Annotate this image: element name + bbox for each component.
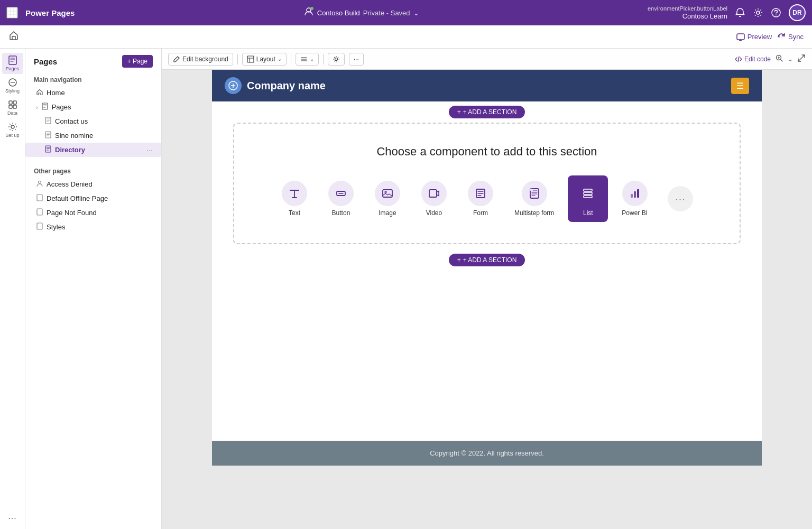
contact-page-icon	[44, 117, 52, 126]
home-button[interactable]	[8, 30, 19, 43]
main-layout: Pages Styling Data Set up ··· Pages + Pa…	[0, 49, 812, 529]
edit-code-button[interactable]: Edit code	[735, 55, 771, 63]
nav-item-sine-label: Sine nomine	[55, 132, 93, 140]
svg-rect-25	[37, 194, 42, 201]
svg-point-10	[310, 7, 313, 10]
toolbar-separator-3	[323, 54, 324, 64]
component-list[interactable]: List	[568, 175, 608, 222]
component-image[interactable]: Image	[367, 175, 408, 222]
more-options-button[interactable]: ···	[349, 53, 364, 66]
add-section-bottom-label: + ADD A SECTION	[463, 256, 517, 264]
nav-item-page-not-found-label: Page Not Found	[47, 209, 97, 217]
env-user-icon	[303, 6, 314, 20]
component-grid: Text Button	[274, 175, 699, 222]
notification-button[interactable]	[735, 7, 745, 18]
component-form[interactable]: Form	[460, 175, 501, 222]
svg-rect-26	[37, 209, 42, 215]
image-icon	[375, 181, 400, 206]
component-chooser-title: Choose a component to add to this sectio…	[376, 145, 597, 159]
styles-icon	[36, 222, 43, 231]
canvas-empty-space	[212, 272, 762, 441]
nav-item-contact-label: Contact us	[55, 117, 88, 125]
button-label: Button	[332, 209, 350, 217]
nav-item-home[interactable]: Home	[25, 86, 161, 100]
component-multistep-form[interactable]: Multistep form	[507, 175, 561, 222]
sidebar-item-more[interactable]: ···	[2, 508, 23, 529]
component-button[interactable]: Button	[321, 175, 361, 222]
svg-rect-14	[9, 56, 16, 64]
nav-item-contact[interactable]: Contact us	[25, 114, 161, 128]
svg-rect-41	[584, 196, 592, 198]
add-section-top-button[interactable]: + + ADD A SECTION	[449, 106, 525, 118]
svg-point-12	[772, 8, 780, 17]
nav-item-default-offline[interactable]: Default Offline Page	[25, 191, 161, 206]
canvas-area: Edit background Layout ⌄ ⌄ ··· Ed	[162, 49, 812, 529]
default-offline-icon	[36, 194, 43, 203]
sidebar-item-setup[interactable]: Set up	[2, 119, 23, 141]
add-section-top: + + ADD A SECTION	[212, 101, 762, 123]
second-bar: Preview Sync	[0, 25, 812, 49]
svg-point-34	[385, 191, 386, 193]
svg-rect-15	[9, 101, 12, 104]
spacing-button[interactable]: ⌄	[296, 53, 319, 66]
add-section-bottom-button[interactable]: + + ADD A SECTION	[449, 254, 525, 266]
layout-label: Layout	[256, 55, 275, 63]
nav-item-sine[interactable]: Sine nomine	[25, 128, 161, 143]
preview-button[interactable]: Preview	[736, 33, 772, 41]
zoom-button[interactable]	[775, 54, 783, 64]
canvas-toolbar: Edit background Layout ⌄ ⌄ ··· Ed	[162, 49, 812, 70]
svg-point-24	[39, 181, 41, 184]
power-bi-icon	[622, 181, 648, 206]
preview-label: Preview	[748, 33, 772, 41]
pages-title: Pages	[34, 57, 57, 66]
nav-item-page-not-found[interactable]: Page Not Found	[25, 206, 161, 220]
main-nav-label: Main navigation	[25, 72, 161, 86]
component-more[interactable]: ···	[661, 181, 699, 217]
avatar[interactable]: DR	[789, 4, 806, 21]
svg-rect-33	[383, 190, 392, 197]
power-bi-label: Power BI	[622, 209, 648, 217]
nav-item-directory[interactable]: Directory ···	[25, 143, 161, 157]
edit-bg-label: Edit background	[182, 55, 228, 63]
top-bar: Power Pages Contoso Build Private - Save…	[0, 0, 812, 25]
svg-rect-43	[634, 191, 636, 198]
toolbar-separator-2	[291, 54, 291, 64]
directory-page-icon	[44, 145, 52, 154]
status-label: Private - Saved	[363, 9, 410, 17]
nav-item-home-label: Home	[47, 89, 65, 97]
component-settings-button[interactable]	[328, 53, 345, 66]
sidebar-item-pages[interactable]: Pages	[2, 53, 23, 74]
canvas-page: Company name ☰ + + ADD A SECTION Choose …	[212, 70, 762, 466]
env-name: Contoso Learn	[648, 12, 727, 20]
expand-button[interactable]	[797, 54, 806, 64]
nav-item-access-denied[interactable]: Access Denied	[25, 177, 161, 191]
nav-item-default-offline-label: Default Offline Page	[47, 194, 108, 202]
chevron-down-icon[interactable]: ⌄	[413, 9, 419, 17]
site-footer: Copyright © 2022. All rights reserved.	[212, 441, 762, 466]
button-icon	[328, 181, 354, 206]
help-button[interactable]	[771, 7, 781, 18]
svg-rect-27	[37, 223, 42, 229]
edit-background-button[interactable]: Edit background	[168, 53, 233, 66]
sidebar-item-styling[interactable]: Styling	[2, 75, 23, 96]
add-page-button[interactable]: + Page	[122, 55, 153, 68]
sidebar-item-data[interactable]: Data	[2, 97, 23, 118]
layout-button[interactable]: Layout ⌄	[242, 53, 287, 66]
settings-button[interactable]	[753, 7, 763, 18]
sync-button[interactable]: Sync	[777, 33, 804, 41]
component-video[interactable]: Video	[414, 175, 454, 222]
svg-rect-17	[9, 105, 12, 108]
nav-item-styles[interactable]: Styles	[25, 220, 161, 234]
svg-rect-5	[14, 12, 16, 14]
component-power-bi[interactable]: Power BI	[614, 175, 655, 222]
site-menu-button[interactable]: ☰	[731, 78, 749, 94]
chevron-right-icon: ›	[36, 104, 38, 110]
form-icon	[468, 181, 493, 206]
svg-rect-42	[631, 194, 633, 198]
nav-item-pages[interactable]: › Pages	[25, 100, 161, 114]
component-text[interactable]: Text	[274, 175, 315, 222]
grid-icon[interactable]	[6, 7, 18, 18]
directory-more-button[interactable]: ···	[146, 146, 153, 154]
zoom-chevron-button[interactable]: ⌄	[788, 55, 793, 63]
layout-arrow-icon: ⌄	[278, 56, 282, 62]
